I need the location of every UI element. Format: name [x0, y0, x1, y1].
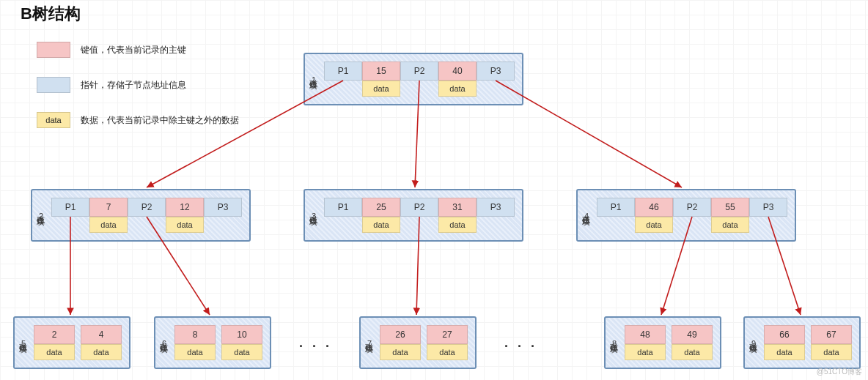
data-cell: data	[625, 344, 666, 360]
legend-data-row: data 数据，代表当前记录中除主键之外的数据	[37, 110, 239, 130]
legend-ptr-swatch	[37, 77, 70, 93]
key-cell: 67	[811, 325, 852, 344]
legend-data-text: 数据，代表当前记录中除主键之外的数据	[81, 114, 239, 127]
data-cell: data	[427, 344, 468, 360]
key-cell: 49	[672, 325, 713, 344]
disk-block-1: 磁盘块1 P1 15 P2 40 P3 data data	[304, 53, 523, 105]
block-label: 磁盘块7	[364, 337, 375, 349]
disk-block-9: 磁盘块9 66 67 data data	[743, 316, 861, 369]
key-cell: 2	[34, 325, 75, 344]
block-label: 磁盘块5	[18, 337, 29, 349]
pointer-cell: P1	[597, 198, 635, 217]
data-cell: data	[89, 217, 128, 233]
key-cell: 7	[89, 198, 128, 217]
disk-block-8: 磁盘块8 48 49 data data	[604, 316, 721, 369]
key-cell: 46	[635, 198, 673, 217]
legend-key-swatch	[37, 42, 70, 58]
pointer-cell: P3	[477, 198, 515, 217]
pointer-cell: P2	[400, 198, 438, 217]
pointer-cell: P1	[324, 62, 362, 81]
watermark: @51CTO博客	[817, 367, 862, 377]
data-cell: data	[811, 344, 852, 360]
data-cell: data	[362, 81, 400, 97]
block-label: 磁盘块6	[158, 337, 169, 349]
disk-block-2: 磁盘块2 P1 7 P2 12 P3 data data	[31, 189, 251, 242]
key-cell: 31	[438, 198, 477, 217]
key-cell: 15	[362, 62, 400, 81]
legend-data-swatch: data	[37, 112, 70, 128]
data-cell: data	[672, 344, 713, 360]
disk-block-6: 磁盘块6 8 10 data data	[154, 316, 271, 369]
data-cell: data	[438, 81, 477, 97]
ellipsis: . . .	[504, 335, 537, 351]
data-cell: data	[81, 344, 122, 360]
pointer-cell: P1	[51, 198, 89, 217]
pointer-cell: P2	[128, 198, 166, 217]
pointer-cell: P2	[400, 62, 438, 81]
diagram-title: B树结构	[21, 3, 81, 25]
block-label: 磁盘块2	[35, 209, 46, 221]
block-label: 磁盘块4	[581, 209, 592, 221]
key-cell: 55	[711, 198, 749, 217]
legend-key-text: 键值，代表当前记录的主键	[81, 44, 186, 56]
disk-block-5: 磁盘块5 2 4 data data	[13, 316, 130, 369]
block-label: 磁盘块3	[308, 209, 319, 221]
pointer-cell: P3	[204, 198, 242, 217]
key-cell: 8	[174, 325, 216, 344]
legend: 键值，代表当前记录的主键 指针，存储子节点地址信息 data 数据，代表当前记录…	[37, 40, 239, 145]
key-cell: 27	[427, 325, 468, 344]
svg-line-2	[496, 81, 682, 187]
data-cell: data	[166, 217, 204, 233]
pointer-cell: P3	[477, 62, 515, 81]
key-cell: 26	[380, 325, 421, 344]
pointer-cell: P2	[673, 198, 711, 217]
disk-block-7: 磁盘块7 26 27 data data	[359, 316, 477, 369]
data-cell: data	[174, 344, 216, 360]
disk-block-3: 磁盘块3 P1 25 P2 31 P3 data data	[304, 189, 523, 242]
data-cell: data	[221, 344, 262, 360]
key-cell: 40	[438, 62, 477, 81]
block-label: 磁盘块1	[308, 73, 319, 85]
data-cell: data	[380, 344, 421, 360]
key-cell: 66	[764, 325, 805, 344]
key-cell: 4	[81, 325, 122, 344]
key-cell: 10	[221, 325, 262, 344]
legend-ptr-text: 指针，存储子节点地址信息	[81, 79, 186, 92]
data-cell: data	[711, 217, 749, 233]
key-cell: 25	[362, 198, 400, 217]
ellipsis: . . .	[299, 335, 332, 351]
legend-key-row: 键值，代表当前记录的主键	[37, 40, 239, 60]
data-cell: data	[764, 344, 805, 360]
data-cell: data	[635, 217, 673, 233]
data-cell: data	[362, 217, 400, 233]
disk-block-4: 磁盘块4 P1 46 P2 55 P3 data data	[576, 189, 796, 242]
key-cell: 48	[625, 325, 666, 344]
data-cell: data	[34, 344, 75, 360]
pointer-cell: P3	[749, 198, 787, 217]
pointer-cell: P1	[324, 198, 362, 217]
data-cell: data	[438, 217, 477, 233]
block-label: 磁盘块9	[748, 337, 759, 349]
legend-ptr-row: 指针，存储子节点地址信息	[37, 75, 239, 95]
block-label: 磁盘块8	[608, 337, 619, 349]
key-cell: 12	[166, 198, 204, 217]
